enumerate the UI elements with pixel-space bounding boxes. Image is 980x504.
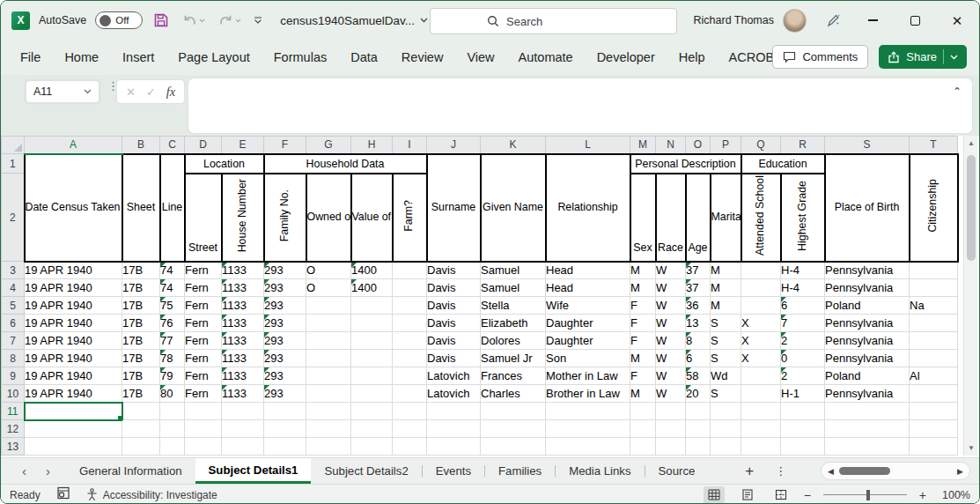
row-header-8[interactable]: 8 — [2, 350, 25, 367]
cell-P13[interactable] — [711, 438, 741, 456]
row-header-6[interactable]: 6 — [2, 315, 25, 332]
cell-O9[interactable]: 58 — [686, 367, 711, 385]
sheet-tab-subject-details1[interactable]: Subject Details1 — [195, 458, 312, 484]
cell-K5[interactable]: Stella — [481, 297, 546, 315]
column-header-O[interactable]: O — [686, 137, 711, 154]
cell-H10[interactable] — [351, 385, 393, 403]
cell-Q8[interactable]: X — [741, 350, 781, 367]
formula-bar-input[interactable]: ⌃ — [188, 78, 972, 133]
horizontal-scrollbar[interactable]: ◀ ▶ — [821, 462, 970, 480]
cell-L13[interactable] — [546, 438, 630, 456]
cell-M5[interactable]: F — [630, 297, 656, 315]
cell-G13[interactable] — [306, 438, 351, 456]
cell-E10[interactable]: 1133 — [222, 385, 264, 403]
column-header-P[interactable]: P — [711, 137, 741, 154]
cell-A3[interactable]: 19 APR 1940 — [25, 262, 122, 279]
header-cell-S[interactable]: Place of Birth — [825, 154, 910, 262]
cell-M9[interactable]: F — [630, 367, 656, 385]
header-cell-J[interactable]: Surname — [427, 154, 481, 262]
cell-Q12[interactable] — [741, 420, 781, 438]
cell-T10[interactable] — [910, 385, 958, 403]
cell-P4[interactable]: M — [711, 279, 741, 297]
cell-G3[interactable]: O — [306, 262, 351, 279]
cell-D4[interactable]: Fern — [185, 279, 222, 297]
cell-B4[interactable]: 17B — [122, 279, 160, 297]
cell-M8[interactable]: M — [630, 350, 656, 367]
cell-I8[interactable] — [393, 350, 427, 367]
header-cell-G[interactable]: Owned or Rented — [306, 174, 351, 262]
cell-R3[interactable]: H-4 — [781, 262, 825, 279]
horizontal-scrollbar-thumb[interactable] — [839, 467, 890, 475]
cell-S5[interactable]: Poland — [825, 297, 910, 315]
cell-A7[interactable]: 19 APR 1940 — [25, 332, 122, 350]
cell-L12[interactable] — [546, 420, 630, 438]
cell-O4[interactable]: 37 — [686, 279, 711, 297]
cell-J5[interactable]: Davis — [427, 297, 481, 315]
cell-M7[interactable]: F — [630, 332, 656, 350]
cell-E13[interactable] — [222, 438, 264, 456]
cell-N6[interactable]: W — [656, 315, 686, 332]
cell-H5[interactable] — [351, 297, 393, 315]
sheet-tab-events[interactable]: Events — [423, 458, 484, 484]
cell-D10[interactable]: Fern — [185, 385, 222, 403]
group-header-personal-description[interactable]: Personal Description — [630, 154, 741, 174]
cell-I9[interactable] — [393, 367, 427, 385]
cell-R5[interactable]: 6 — [781, 297, 825, 315]
cell-D13[interactable] — [185, 438, 222, 456]
cell-K4[interactable]: Samuel — [481, 279, 546, 297]
cell-E12[interactable] — [222, 420, 264, 438]
cell-J4[interactable]: Davis — [427, 279, 481, 297]
page-layout-view-button[interactable] — [737, 486, 758, 504]
cell-K10[interactable]: Charles — [481, 385, 546, 403]
cell-G6[interactable] — [306, 315, 351, 332]
cell-Q4[interactable] — [741, 279, 781, 297]
group-header-education[interactable]: Education — [741, 154, 825, 174]
cell-S12[interactable] — [825, 420, 910, 438]
enter-icon[interactable]: ✓ — [146, 85, 156, 99]
cell-T8[interactable] — [910, 350, 958, 367]
cell-C10[interactable]: 80 — [160, 385, 185, 403]
select-all-corner[interactable] — [2, 137, 25, 154]
header-cell-P[interactable]: Marital Status — [711, 174, 741, 262]
cell-S13[interactable] — [825, 438, 910, 456]
row-header-7[interactable]: 7 — [2, 332, 25, 350]
search-box[interactable]: Search — [430, 8, 677, 34]
cell-I3[interactable] — [393, 262, 427, 279]
cell-K9[interactable]: Frances — [481, 367, 546, 385]
share-chevron-icon[interactable] — [950, 55, 958, 60]
excel-app-icon[interactable]: X — [11, 11, 30, 30]
cell-O5[interactable]: 36 — [686, 297, 711, 315]
cell-H12[interactable] — [351, 420, 393, 438]
add-sheet-button[interactable]: + — [745, 463, 754, 480]
cell-R8[interactable]: 0 — [781, 350, 825, 367]
scroll-right-icon[interactable]: ▶ — [957, 467, 963, 476]
cell-B6[interactable]: 17B — [122, 315, 160, 332]
cell-G9[interactable] — [306, 367, 351, 385]
header-cell-Q[interactable]: Attended School — [741, 174, 781, 262]
cell-F4[interactable]: 293 — [264, 279, 306, 297]
cell-A13[interactable] — [25, 438, 122, 456]
cell-L11[interactable] — [546, 403, 630, 420]
cell-K8[interactable]: Samuel Jr — [481, 350, 546, 367]
ribbon-tab-home[interactable]: Home — [64, 50, 99, 64]
share-button[interactable]: Share — [879, 45, 967, 69]
cell-P10[interactable]: S — [711, 385, 741, 403]
cell-I10[interactable] — [393, 385, 427, 403]
cell-S11[interactable] — [825, 403, 910, 420]
user-avatar[interactable] — [783, 9, 807, 33]
cell-O12[interactable] — [686, 420, 711, 438]
cell-E11[interactable] — [222, 403, 264, 420]
cell-K7[interactable]: Dolores — [481, 332, 546, 350]
cell-O11[interactable] — [686, 403, 711, 420]
column-header-T[interactable]: T — [910, 137, 958, 154]
cell-B3[interactable]: 17B — [122, 262, 160, 279]
header-cell-L[interactable]: Relationship — [546, 154, 630, 262]
ribbon-tab-page-layout[interactable]: Page Layout — [178, 50, 249, 64]
ribbon-tab-data[interactable]: Data — [350, 50, 378, 64]
cell-S8[interactable]: Pennsylvania — [825, 350, 910, 367]
all-sheets-menu-icon[interactable]: ⋮ — [775, 464, 787, 478]
cell-H4[interactable]: 1400 — [351, 279, 393, 297]
cell-Q6[interactable]: X — [741, 315, 781, 332]
column-header-J[interactable]: J — [427, 137, 481, 154]
cell-C3[interactable]: 74 — [160, 262, 185, 279]
